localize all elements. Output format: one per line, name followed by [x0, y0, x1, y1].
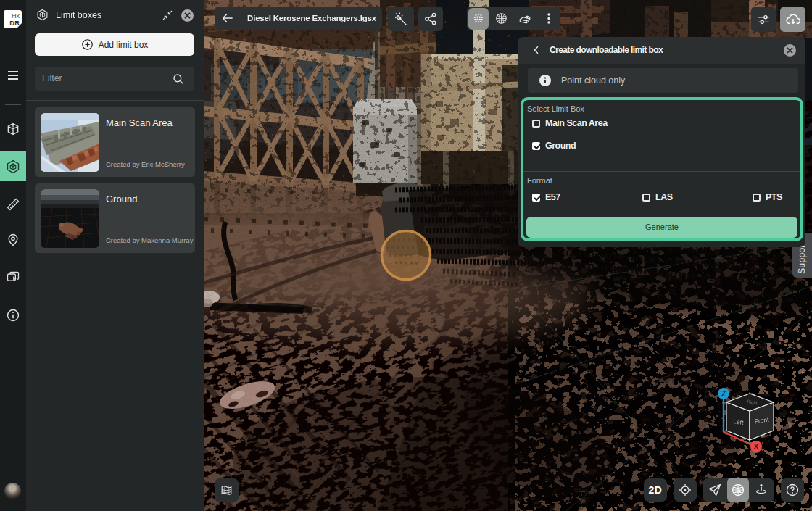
svg-text:Z: Z [721, 389, 726, 398]
svg-text:X: X [753, 442, 759, 451]
svg-text:Left: Left [733, 417, 745, 426]
